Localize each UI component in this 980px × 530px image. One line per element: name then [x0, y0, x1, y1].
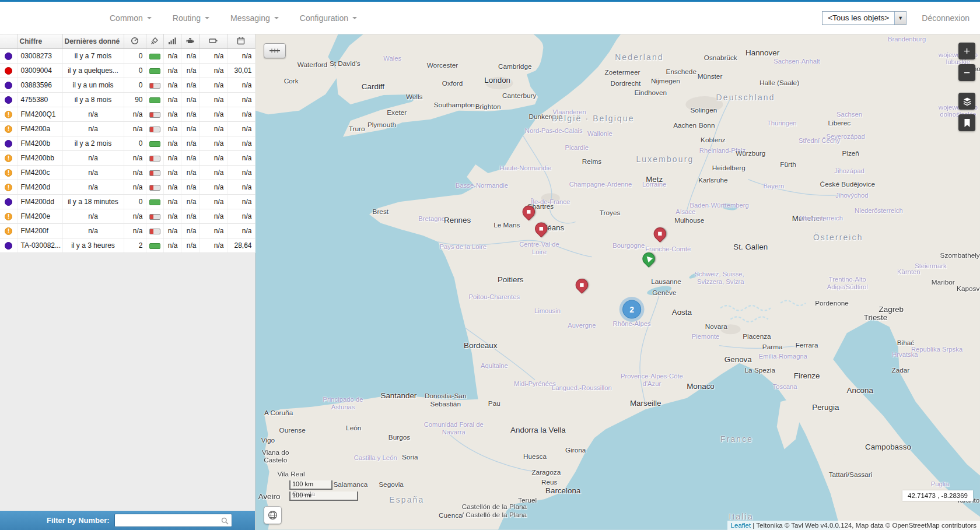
- calendar-icon[interactable]: [227, 34, 255, 49]
- vehicle-row[interactable]: ! FM4200f n/a n/a n/a n/a n/a n/a: [0, 224, 255, 238]
- cell-io: n/a: [200, 136, 227, 151]
- battery-icon[interactable]: [200, 34, 227, 49]
- cell-value: n/a: [227, 136, 255, 151]
- cell-sat: n/a: [163, 180, 181, 195]
- gsm-signal-icon[interactable]: [163, 34, 181, 49]
- vehicle-row[interactable]: ! FM4200Q1 n/a n/a n/a n/a n/a n/a: [0, 107, 255, 122]
- cell-last: n/a: [62, 107, 124, 122]
- speed-gauge-icon[interactable]: [124, 34, 146, 49]
- battery-bar: [149, 170, 160, 176]
- battery-bar: [149, 112, 160, 118]
- vehicle-row[interactable]: TA-030082... il y a 3 heures 2 n/a n/a n…: [0, 238, 255, 253]
- vehicle-row[interactable]: 03883596 il y a un mois 0 n/a n/a n/a n/…: [0, 78, 255, 93]
- cell-speed: n/a: [124, 209, 146, 224]
- scale-mi: 100 mi: [289, 492, 358, 501]
- vehicle-row[interactable]: ! FM4200c n/a n/a n/a n/a n/a n/a: [0, 166, 255, 180]
- cell-sat: n/a: [163, 122, 181, 136]
- map[interactable]: WaterfordCorkSt David'sWalesWorcesterCam…: [256, 34, 980, 530]
- object-filter-select[interactable]: <Tous les objets> ▼: [822, 11, 907, 25]
- chevron-down-icon: [205, 17, 209, 19]
- cell-speed: n/a: [124, 151, 146, 166]
- engine-icon[interactable]: [181, 34, 200, 49]
- vehicle-table-header: Chiffre Dernières donné: [0, 34, 255, 49]
- cell-signal: n/a: [181, 195, 200, 209]
- cell-sat: n/a: [163, 93, 181, 107]
- cell-sat: n/a: [163, 78, 181, 93]
- cell-io: n/a: [200, 107, 227, 122]
- cell-signal: n/a: [181, 180, 200, 195]
- cell-name: 03008273: [18, 49, 62, 64]
- vehicle-table-body: 03008273 il y a 7 mois 0 n/a n/a n/a n/a…: [0, 49, 255, 253]
- menu-configuration[interactable]: Configuration: [300, 13, 357, 23]
- globe-icon: [268, 510, 278, 520]
- cell-sat: n/a: [163, 224, 181, 238]
- menu-configuration-label: Configuration: [300, 13, 348, 23]
- vehicle-row[interactable]: 03008273 il y a 7 mois 0 n/a n/a n/a n/a: [0, 49, 255, 64]
- cell-signal: n/a: [181, 64, 200, 78]
- battery-bar: [149, 185, 160, 191]
- satellite-icon[interactable]: [146, 34, 163, 49]
- cell-name: FM4200a: [18, 122, 62, 136]
- cell-signal: n/a: [181, 209, 200, 224]
- filter-bar: Filter by Number:: [0, 511, 255, 530]
- zoom-in-button[interactable]: +: [958, 43, 975, 59]
- bookmarks-button[interactable]: [958, 114, 975, 131]
- cell-signal: n/a: [181, 238, 200, 253]
- chevron-down-icon: [274, 17, 279, 19]
- cell-sat: n/a: [163, 107, 181, 122]
- scale-km: 100 km: [289, 480, 332, 490]
- logout-link[interactable]: Déconnexion: [922, 13, 970, 23]
- cell-io: n/a: [200, 209, 227, 224]
- col-name[interactable]: Chiffre: [18, 34, 62, 49]
- menu-common[interactable]: Common: [110, 13, 152, 23]
- cell-last: n/a: [62, 209, 124, 224]
- col-status: [0, 34, 18, 49]
- vehicle-row[interactable]: 03009004 il y a quelques... 0 n/a n/a n/…: [0, 64, 255, 78]
- filter-by-number-input[interactable]: [114, 514, 232, 527]
- cell-io: n/a: [200, 93, 227, 107]
- menu-messaging[interactable]: Messaging: [230, 13, 279, 23]
- map-basemap: [256, 34, 980, 530]
- cell-last: n/a: [62, 122, 124, 136]
- battery-bar: [149, 229, 160, 234]
- topbar-right: <Tous les objets> ▼ Déconnexion: [822, 11, 980, 25]
- measure-tool-button[interactable]: [264, 43, 286, 58]
- menu-common-label: Common: [110, 13, 143, 23]
- vehicle-row[interactable]: FM4200b il y a 2 mois 0 n/a n/a n/a n/a: [0, 136, 255, 151]
- chevron-down-icon: [147, 17, 152, 19]
- bookmark-icon: [964, 118, 971, 128]
- cell-signal: n/a: [181, 136, 200, 151]
- globe-button[interactable]: [264, 506, 282, 524]
- battery-bar: [149, 127, 160, 132]
- status-icon: [5, 198, 12, 206]
- vehicle-row[interactable]: 4755380 il y a 8 mois 90 n/a n/a n/a n/a: [0, 93, 255, 107]
- status-icon: !: [5, 155, 12, 162]
- leaflet-link[interactable]: Leaflet: [731, 522, 751, 529]
- vehicle-row[interactable]: ! FM4200e n/a n/a n/a n/a n/a n/a: [0, 209, 255, 224]
- marker-cluster[interactable]: 2: [620, 297, 645, 322]
- cell-last: n/a: [62, 180, 124, 195]
- cell-signal: n/a: [181, 224, 200, 238]
- cell-sat: n/a: [163, 151, 181, 166]
- cell-last: n/a: [62, 224, 124, 238]
- vehicle-row[interactable]: FM4200dd il y a 18 minutes 0 n/a n/a n/a…: [0, 195, 255, 209]
- vehicle-row[interactable]: ! FM4200bb n/a n/a n/a n/a n/a n/a: [0, 151, 255, 166]
- vehicle-row[interactable]: ! FM4200a n/a n/a n/a n/a n/a n/a: [0, 122, 255, 136]
- cell-speed: 0: [124, 195, 146, 209]
- cell-name: FM4200c: [18, 166, 62, 180]
- cell-value: n/a: [227, 209, 255, 224]
- layers-button[interactable]: [958, 93, 975, 110]
- cell-last: n/a: [62, 151, 124, 166]
- zoom-out-button[interactable]: −: [958, 64, 975, 81]
- menu-routing[interactable]: Routing: [173, 13, 209, 23]
- filter-input-wrap: [114, 514, 232, 527]
- col-last-data[interactable]: Dernières donné: [62, 34, 124, 49]
- marker-dot-icon: [580, 283, 583, 286]
- cell-sat: n/a: [163, 166, 181, 180]
- cell-speed: n/a: [124, 122, 146, 136]
- vehicle-row[interactable]: ! FM4200d n/a n/a n/a n/a n/a n/a: [0, 180, 255, 195]
- cell-last: il y a 2 mois: [62, 136, 124, 151]
- cell-speed: n/a: [124, 180, 146, 195]
- battery-bar: [149, 243, 160, 249]
- marker-dot-icon: [658, 232, 662, 236]
